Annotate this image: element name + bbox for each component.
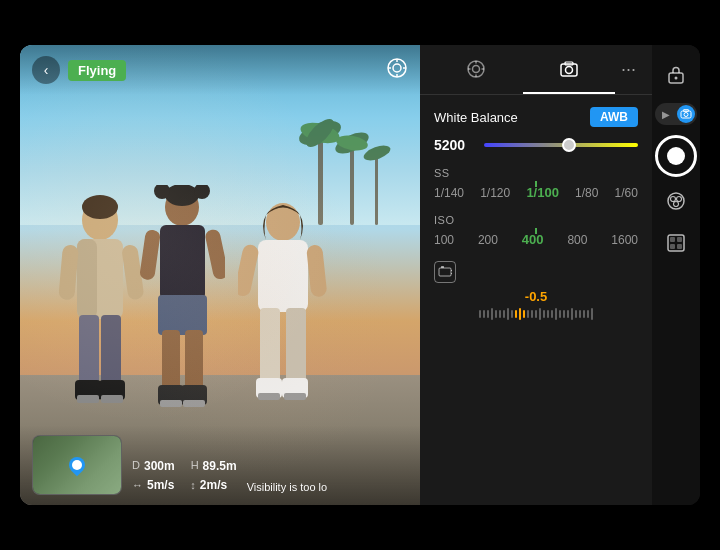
ss-val-4[interactable]: 1/60 — [615, 186, 638, 200]
svg-rect-12 — [77, 239, 97, 319]
visibility-message: Visibility is too lo — [247, 481, 328, 495]
ev-value: -0.5 — [434, 289, 638, 304]
white-balance-row: White Balance AWB — [434, 107, 638, 127]
ev-tick-26 — [579, 310, 581, 318]
svg-rect-60 — [439, 268, 451, 276]
white-balance-thumb — [562, 138, 576, 152]
ss-val-1[interactable]: 1/120 — [480, 186, 510, 200]
palm-trees-decoration — [280, 105, 400, 225]
ev-tick-2 — [483, 310, 485, 318]
ev-tick-21 — [559, 310, 561, 318]
white-balance-slider[interactable] — [484, 143, 638, 147]
gallery-icon[interactable] — [658, 225, 694, 261]
tab-camera-settings[interactable] — [523, 45, 616, 94]
iso-val-1[interactable]: 200 — [478, 233, 498, 247]
svg-point-46 — [393, 64, 401, 72]
ev-tick-1 — [479, 310, 481, 318]
svg-rect-27 — [140, 229, 161, 281]
ev-tick-29 — [591, 308, 593, 320]
svg-rect-25 — [160, 225, 205, 300]
shutter-speed-label: SS — [434, 167, 638, 179]
telemetry-display: D 300m H 89.5m ↔ 5m/s ↕ 2m/s — [132, 457, 237, 495]
distance-label: D — [132, 457, 140, 475]
photo-mode-button[interactable] — [677, 105, 695, 123]
ev-tick-4 — [491, 308, 493, 320]
ev-tick-13 — [527, 310, 529, 318]
svg-rect-4 — [350, 145, 354, 225]
iso-val-2-active[interactable]: 400 — [522, 232, 544, 247]
ev-tick-5 — [495, 310, 497, 318]
ev-tick-24 — [571, 308, 573, 320]
ev-tick-16 — [539, 308, 541, 320]
vertical-speed-value: 2m/s — [200, 476, 227, 495]
svg-rect-77 — [677, 244, 682, 249]
ss-val-3[interactable]: 1/80 — [575, 186, 598, 200]
svg-rect-0 — [318, 135, 323, 225]
video-mode-button[interactable]: ▶ — [657, 105, 675, 123]
svg-rect-13 — [58, 244, 79, 300]
iso-section: ISO 100 200 400 800 1600 — [434, 214, 638, 247]
effects-icon[interactable] — [658, 183, 694, 219]
ev-icon[interactable] — [434, 261, 456, 283]
svg-rect-36 — [258, 240, 308, 312]
ev-icon-row — [434, 261, 638, 283]
record-button[interactable] — [655, 135, 697, 177]
svg-rect-11 — [77, 239, 123, 319]
iso-indicator — [535, 228, 537, 234]
camera-settings-icon[interactable] — [386, 57, 408, 84]
ev-tick-9 — [511, 310, 513, 318]
svg-point-72 — [674, 202, 679, 207]
svg-rect-75 — [677, 237, 682, 242]
iso-val-3[interactable]: 800 — [567, 233, 587, 247]
ev-tick-25 — [575, 310, 577, 318]
camera-view: ‹ Flying — [20, 45, 420, 505]
iso-values: 100 200 400 800 1600 — [434, 232, 638, 247]
tab-photo-settings[interactable] — [430, 45, 523, 94]
ss-val-2-active[interactable]: 1/100 — [526, 185, 559, 200]
ev-tick-7 — [503, 310, 505, 318]
ev-tick-19 — [551, 310, 553, 318]
ev-section: -0.5 — [434, 261, 638, 320]
horizontal-speed-value: 5m/s — [147, 476, 174, 495]
camera-bottom-overlay: D 300m H 89.5m ↔ 5m/s ↕ 2m/s — [20, 425, 420, 505]
main-container: ‹ Flying — [20, 45, 700, 505]
svg-point-65 — [675, 77, 678, 80]
shutter-speed-indicator — [535, 181, 537, 187]
svg-rect-40 — [286, 308, 306, 383]
iso-val-4[interactable]: 1600 — [611, 233, 638, 247]
ev-tick-11-active — [519, 308, 521, 320]
distance-value: 300m — [144, 457, 175, 476]
height-value: 89.5m — [203, 457, 237, 476]
white-balance-value-row: 5200 — [434, 137, 638, 153]
ev-tick-15 — [535, 310, 537, 318]
horizontal-speed-label: ↔ — [132, 477, 143, 495]
svg-point-67 — [684, 113, 688, 117]
shutter-speed-values: 1/140 1/120 1/100 1/80 1/60 — [434, 185, 638, 200]
svg-rect-7 — [375, 155, 378, 225]
white-balance-value: 5200 — [434, 137, 474, 153]
ev-tick-12-active — [523, 310, 525, 318]
ev-tick-18 — [547, 310, 549, 318]
svg-rect-14 — [121, 244, 144, 301]
map-widget[interactable] — [32, 435, 122, 495]
ss-val-0[interactable]: 1/140 — [434, 186, 464, 200]
ev-tick-28 — [587, 310, 589, 318]
svg-rect-37 — [238, 243, 260, 297]
settings-main: ··· White Balance AWB 5200 SS — [420, 45, 652, 505]
ev-tick-27 — [583, 310, 585, 318]
flying-badge: Flying — [68, 60, 126, 81]
svg-rect-26 — [158, 295, 207, 335]
settings-panel: ··· White Balance AWB 5200 SS — [420, 45, 700, 505]
iso-val-0[interactable]: 100 — [434, 233, 454, 247]
awb-button[interactable]: AWB — [590, 107, 638, 127]
mode-toggle-group: ▶ — [655, 103, 697, 125]
camera-lock-icon[interactable] — [658, 57, 694, 93]
svg-rect-38 — [306, 244, 327, 297]
svg-point-58 — [565, 66, 572, 73]
back-button[interactable]: ‹ — [32, 56, 60, 84]
ev-tick-22 — [563, 310, 565, 318]
ev-tick-10-active — [515, 310, 517, 318]
ev-tick-6 — [499, 310, 501, 318]
more-options-button[interactable]: ··· — [615, 59, 642, 80]
svg-point-71 — [677, 197, 682, 202]
